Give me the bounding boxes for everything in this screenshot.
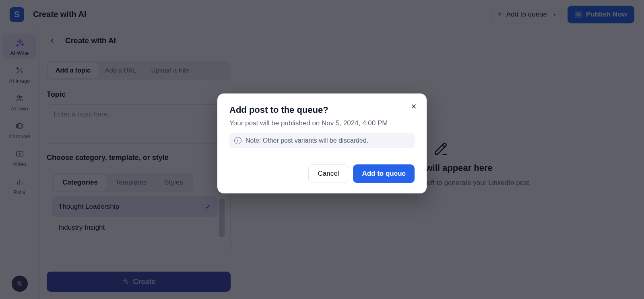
info-icon: i: [234, 137, 242, 144]
close-button[interactable]: [408, 101, 419, 112]
modal-note: i Note: Other post variants will be disc…: [229, 133, 415, 148]
close-icon: [410, 103, 417, 110]
modal-title: Add post to the queue?: [229, 105, 415, 115]
modal-overlay[interactable]: Add post to the queue? Your post will be…: [0, 0, 644, 299]
modal-subtitle: Your post will be published on Nov 5, 20…: [229, 119, 415, 127]
confirm-add-to-queue-button[interactable]: Add to queue: [353, 164, 415, 183]
confirm-modal: Add post to the queue? Your post will be…: [217, 93, 427, 193]
cancel-button[interactable]: Cancel: [308, 164, 348, 183]
modal-note-text: Note: Other post variants will be discar…: [246, 137, 368, 144]
